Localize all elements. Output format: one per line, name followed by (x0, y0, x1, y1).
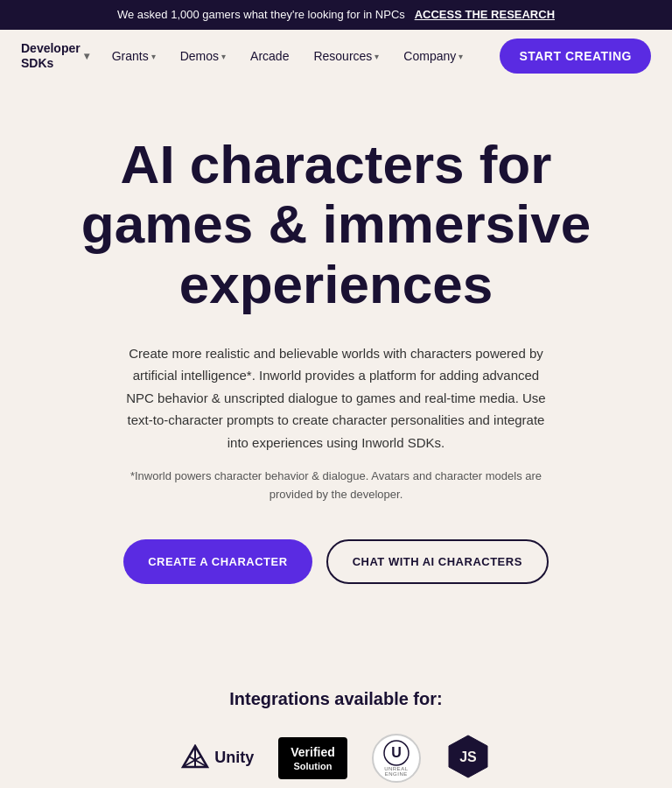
logo[interactable]: Developer SDKs ▾ (21, 41, 89, 71)
nav-arcade[interactable]: Arcade (242, 42, 298, 70)
logo-chevron-icon: ▾ (84, 50, 89, 62)
nav-grants[interactable]: Grants ▾ (103, 42, 164, 70)
svg-text:U: U (391, 745, 402, 760)
unreal-icon: U (383, 740, 410, 766)
chevron-down-icon: ▾ (458, 52, 463, 61)
js-logo: JS (445, 734, 491, 783)
nav-demos[interactable]: Demos ▾ (172, 42, 234, 70)
banner-link[interactable]: ACCESS THE RESEARCH (415, 8, 555, 21)
unity-logo: Unity (181, 744, 254, 772)
hero-section: AI characters for games & immersive expe… (0, 82, 672, 672)
create-character-button[interactable]: CREATE A CHARACTER (123, 539, 312, 584)
integrations-heading: Integrations available for: (35, 689, 637, 709)
hero-description: Create more realistic and believable wor… (117, 342, 555, 454)
logo-line1: Developer (21, 41, 80, 56)
hero-footnote: *Inworld powers character behavior & dia… (126, 468, 546, 504)
integration-logos-row: Unity Verified Solution U UNREAL ENGINE … (35, 734, 637, 783)
banner-text: We asked 1,000 gamers what they're looki… (117, 8, 405, 21)
unity-label: Unity (214, 749, 254, 767)
navbar: Developer SDKs ▾ Grants ▾ Demos ▾ Arcade… (0, 30, 672, 82)
start-creating-button[interactable]: START CREATING (500, 39, 651, 74)
chevron-down-icon: ▾ (151, 52, 156, 61)
unity-icon (181, 744, 209, 772)
unreal-label: UNREAL ENGINE (374, 766, 419, 777)
svg-text:JS: JS (459, 749, 477, 764)
unreal-engine-logo: U UNREAL ENGINE (372, 734, 421, 783)
integrations-section: Integrations available for: Unity Verifi… (0, 672, 672, 788)
chat-ai-characters-button[interactable]: CHAT WITH AI CHARACTERS (326, 539, 549, 584)
logo-line2: SDKs (21, 56, 80, 71)
js-hex-icon: JS (445, 734, 491, 779)
epic-verified-badge: Verified Solution (278, 737, 347, 779)
nav-company[interactable]: Company ▾ (395, 42, 472, 70)
chevron-down-icon: ▾ (374, 52, 379, 61)
top-banner: We asked 1,000 gamers what they're looki… (0, 0, 672, 30)
chevron-down-icon: ▾ (221, 52, 226, 61)
nav-resources[interactable]: Resources ▾ (304, 42, 388, 70)
hero-headline: AI characters for games & immersive expe… (70, 135, 602, 314)
cta-buttons: CREATE A CHARACTER CHAT WITH AI CHARACTE… (70, 539, 602, 584)
